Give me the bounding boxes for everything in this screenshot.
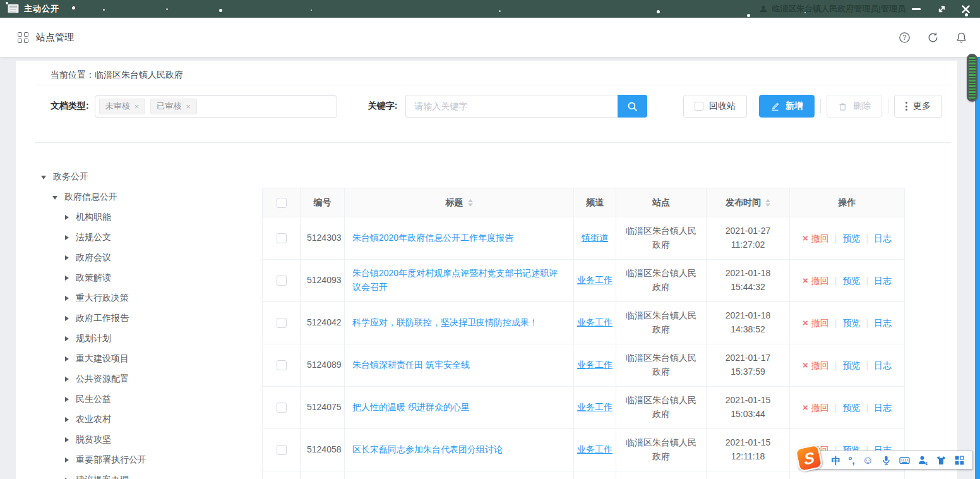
select-all-checkbox[interactable] [277,198,287,208]
tree-item[interactable]: 民生公益 [16,389,262,409]
row-title-link[interactable]: 朱台镇2020年政府信息公开工作年度报告 [352,233,513,243]
tag-close-icon[interactable]: × [186,102,191,111]
withdraw-action[interactable]: ×撤回 [803,233,829,243]
recycle-bin-checkbox[interactable] [695,102,703,111]
minimize-button[interactable] [907,0,926,18]
row-checkbox[interactable] [277,318,287,328]
caret-icon[interactable] [65,276,69,281]
log-action[interactable]: 日志 [874,403,892,413]
doc-type-tag[interactable]: 已审核 × [150,99,197,114]
row-channel-link[interactable]: 业务工作 [577,360,612,370]
keyboard-icon[interactable] [899,455,910,466]
tree-item[interactable]: 脱贫攻坚 [16,430,262,450]
caret-icon[interactable] [65,397,69,402]
withdraw-action[interactable]: ×撤回 [803,276,829,286]
skin-shirt-icon[interactable] [936,455,947,466]
withdraw-action[interactable]: ×撤回 [803,403,829,413]
punctuation-icon[interactable]: °, [848,456,854,465]
caret-icon[interactable] [65,377,69,382]
log-action[interactable]: 日志 [874,233,892,243]
preview-action[interactable]: 预览 [842,276,860,286]
doc-type-select[interactable]: 未审核 × 已审核 × [95,95,337,118]
row-title-link[interactable]: 科学应对，联防联控，坚决捍卫疫情防控成果！ [352,317,538,327]
caret-icon[interactable] [65,215,69,220]
window-titlebar: 主动公开 临淄区朱台镇人民政府管理员|管理员 [0,0,980,18]
row-checkbox[interactable] [277,403,287,413]
recycle-bin-button[interactable]: 回收站 [683,95,747,118]
refresh-icon[interactable] [927,32,939,44]
preview-action[interactable]: 预览 [842,360,860,370]
notification-bell-icon[interactable] [955,32,967,44]
caret-icon[interactable] [65,255,69,260]
tree-item[interactable]: 政务公开 [16,167,262,187]
tree-item[interactable]: 建议提案办理 [16,470,262,479]
caret-icon[interactable] [65,336,69,341]
search-button[interactable] [618,95,647,118]
user-badge-count: 19 [925,461,928,465]
column-header-publish-time[interactable]: 发布时间 [707,188,790,217]
doc-type-tag[interactable]: 未审核 × [99,99,146,114]
row-title-link[interactable]: 把人性的温暖 织进群众的心里 [352,402,470,412]
tree-item[interactable]: 政府会议 [16,248,262,268]
add-button[interactable]: 新增 [759,95,815,118]
log-action[interactable]: 日志 [874,276,892,286]
emoji-icon[interactable]: ☺ [863,455,873,466]
caret-icon[interactable] [52,196,57,200]
maximize-button[interactable] [932,0,951,18]
tree-item[interactable]: 农业农村 [16,409,262,430]
sort-icon[interactable] [468,199,473,207]
menu-grid-icon[interactable] [18,32,28,43]
scrollbar-track[interactable] [975,38,980,479]
caret-icon[interactable] [65,235,69,240]
caret-icon[interactable] [65,296,69,301]
tree-item[interactable]: 机构职能 [16,207,262,227]
tree-item[interactable]: 政府信息公开 [16,187,262,207]
help-icon[interactable]: ? [899,32,911,44]
caret-icon[interactable] [65,417,69,422]
keyword-input[interactable] [405,95,618,118]
row-title-link[interactable]: 朱台镇深耕责任田 筑牢安全线 [352,360,470,370]
tree-item[interactable]: 重要部署执行公开 [16,450,262,470]
caret-icon[interactable] [65,458,69,463]
log-action[interactable]: 日志 [874,360,892,370]
caret-icon[interactable] [41,176,46,179]
log-action[interactable]: 日志 [874,318,892,328]
column-header-title[interactable]: 标题 [345,188,574,217]
row-title-link[interactable]: 朱台镇2020年度对村观摩点评暨村党支部书记述职评议会召开 [352,268,558,292]
tree-item[interactable]: 政策解读 [16,268,262,288]
tree-item[interactable]: 重大行政决策 [16,288,262,308]
tree-item[interactable]: 重大建设项目 [16,349,262,369]
row-checkbox[interactable] [277,276,287,286]
chinese-mode-icon[interactable]: 中 [831,456,840,465]
preview-action[interactable]: 预览 [842,233,860,243]
sort-icon[interactable] [765,199,770,207]
caret-icon[interactable] [65,356,69,361]
more-button[interactable]: 更多 [894,95,942,118]
preview-action[interactable]: 预览 [842,318,860,328]
row-checkbox[interactable] [277,445,287,455]
row-channel-link[interactable]: 业务工作 [577,444,612,454]
row-channel-link[interactable]: 镇街道 [582,233,608,243]
withdraw-action[interactable]: ×撤回 [803,318,829,328]
ime-menu-grid-icon[interactable] [954,455,965,466]
tree-item[interactable]: 公共资源配置 [16,369,262,389]
row-checkbox[interactable] [277,233,287,243]
scrollbar-thumb[interactable] [967,54,977,102]
tree-item[interactable]: 政府工作报告 [16,308,262,329]
row-checkbox[interactable] [277,360,287,370]
close-button[interactable] [956,0,975,18]
tree-item[interactable]: 规划计划 [16,329,262,349]
caret-icon[interactable] [65,437,69,442]
user-account-icon[interactable]: 19 [917,455,928,466]
delete-button[interactable]: 删除 [827,95,882,118]
row-channel-link[interactable]: 业务工作 [577,275,612,285]
caret-icon[interactable] [65,316,69,321]
row-channel-link[interactable]: 业务工作 [577,402,612,412]
row-channel-link[interactable]: 业务工作 [577,317,612,327]
withdraw-action[interactable]: ×撤回 [803,360,829,370]
tag-close-icon[interactable]: × [134,102,140,111]
row-title-link[interactable]: 区长宋磊同志参加朱台代表团分组讨论 [352,444,503,454]
microphone-icon[interactable] [881,455,892,466]
preview-action[interactable]: 预览 [842,403,860,413]
tree-item[interactable]: 法规公文 [16,227,262,248]
